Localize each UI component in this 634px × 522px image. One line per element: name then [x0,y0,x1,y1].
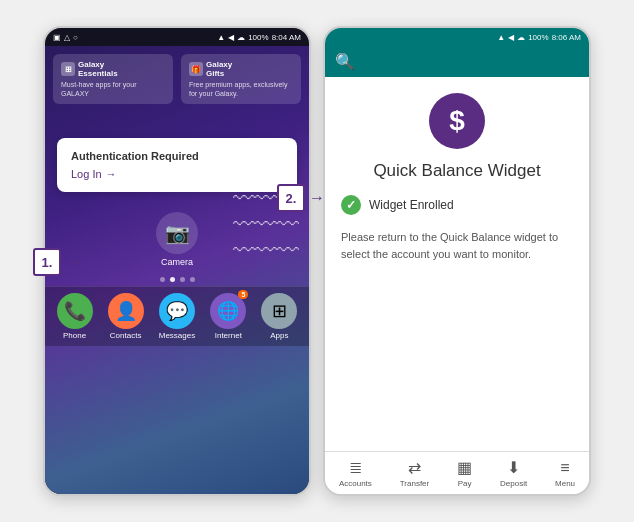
essentials-icon: ⊞ [61,62,75,76]
screenshot-container: 1. → ▣ △ ○ ▲ ◀ ☁ 100% 8:04 AM [43,26,591,496]
auth-title: Authentication Required [71,150,283,162]
internet-badge: 5 [238,290,248,299]
dock-messages[interactable]: 💬 Messages [159,293,195,340]
galaxy-gifts-card[interactable]: 🎁 GalaxyGifts Free premium apps, exclusi… [181,54,301,104]
transfer-icon: ⇄ [408,458,421,477]
pay-label: Pay [458,479,472,488]
nav-accounts[interactable]: ≣ Accounts [339,458,372,488]
camera-icon: 📷 [156,212,198,254]
left-status-bar: ▣ △ ○ ▲ ◀ ☁ 100% 8:04 AM [45,28,309,46]
nav-transfer[interactable]: ⇄ Transfer [400,458,430,488]
login-text: Log In [71,168,102,180]
galaxy-essentials-card[interactable]: ⊞ GalaxyEssentials Must-have apps for yo… [53,54,173,104]
accounts-label: Accounts [339,479,372,488]
widget-title: Quick Balance Widget [373,161,540,181]
phone-left: ▣ △ ○ ▲ ◀ ☁ 100% 8:04 AM ⊞ GalaxyEssenti… [43,26,311,496]
right-time: 8:06 AM [552,33,581,42]
nav-pay[interactable]: ▦ Pay [457,458,472,488]
callout-2-box: 2. [277,184,305,212]
left-home-icon: ○ [73,33,78,42]
right-battery-icon: ☁ [517,33,525,42]
internet-label: Internet [215,331,242,340]
left-status-left-icons: ▣ △ ○ [53,33,78,42]
menu-label: Menu [555,479,575,488]
phone-icon: 📞 [57,293,93,329]
deposit-icon: ⬇ [507,458,520,477]
galaxy-cards: ⊞ GalaxyEssentials Must-have apps for yo… [45,46,309,108]
search-icon[interactable]: 🔍 [335,52,355,71]
camera-label: Camera [161,257,193,267]
right-battery-pct: 100% [528,33,548,42]
messages-icon: 💬 [159,293,195,329]
enrolled-row: ✓ Widget Enrolled [341,195,454,215]
page-dot-3 [180,277,185,282]
dollar-icon: $ [429,93,485,149]
callout-1: 1. → [33,248,83,276]
deposit-label: Deposit [500,479,527,488]
gifts-icon: 🎁 [189,62,203,76]
auth-card: Authentication Required Log In → [57,138,297,192]
login-link[interactable]: Log In → [71,168,283,180]
contacts-label: Contacts [110,331,142,340]
right-content: $ Quick Balance Widget ✓ Widget Enrolled… [325,77,589,451]
phone-dock: 📞 Phone 👤 Contacts 💬 Messages 🌐 5 Intern… [45,286,309,346]
enrolled-text: Widget Enrolled [369,198,454,212]
gifts-title: GalaxyGifts [206,60,232,78]
essentials-title: GalaxyEssentials [78,60,118,78]
login-arrow: → [106,168,117,180]
menu-icon: ≡ [560,459,569,477]
nav-menu[interactable]: ≡ Menu [555,459,575,488]
right-wifi-icon: ▲ [497,33,505,42]
right-status-icons: ▲ ◀ ☁ 100% 8:06 AM [497,33,581,42]
page-dot-2 [170,277,175,282]
pay-icon: ▦ [457,458,472,477]
page-dot-4 [190,277,195,282]
left-cloud-icon: ☁ [237,33,245,42]
callout-2-arrow: → [309,189,325,207]
callout-1-box: 1. [33,248,61,276]
bottom-nav: ≣ Accounts ⇄ Transfer ▦ Pay ⬇ Deposit ≡ … [325,451,589,494]
gifts-desc: Free premium apps, exclusively for your … [189,80,293,98]
nav-deposit[interactable]: ⬇ Deposit [500,458,527,488]
apps-label: Apps [270,331,288,340]
callout-2: 2. → [277,184,325,212]
messages-label: Messages [159,331,195,340]
left-back-icon: △ [64,33,70,42]
left-signal-icon: ◀ [228,33,234,42]
left-wallpaper: ⊞ GalaxyEssentials Must-have apps for yo… [45,46,309,494]
callout-1-arrow: → [67,253,83,271]
transfer-label: Transfer [400,479,430,488]
left-wifi-icon: ▲ [217,33,225,42]
camera-app[interactable]: 📷 Camera [156,212,198,267]
check-icon: ✓ [341,195,361,215]
page-dots [45,273,309,286]
left-battery: 100% [248,33,268,42]
left-time: 8:04 AM [272,33,301,42]
essentials-desc: Must-have apps for your GALAXY [61,80,165,98]
dock-apps[interactable]: ⊞ Apps [261,293,297,340]
left-notif-icon: ▣ [53,33,61,42]
right-status-bar: ▲ ◀ ☁ 100% 8:06 AM [325,28,589,46]
apps-icon: ⊞ [261,293,297,329]
right-header: 🔍 [325,46,589,77]
right-signal-icon: ◀ [508,33,514,42]
contacts-icon: 👤 [108,293,144,329]
phone-label: Phone [63,331,86,340]
dock-contacts[interactable]: 👤 Contacts [108,293,144,340]
description-text: Please return to the Quick Balance widge… [341,229,573,262]
page-dot-1 [160,277,165,282]
accounts-icon: ≣ [349,458,362,477]
dock-internet[interactable]: 🌐 5 Internet [210,293,246,340]
phone-right: ▲ ◀ ☁ 100% 8:06 AM 🔍 $ Quick Balance Wid… [323,26,591,496]
dock-phone[interactable]: 📞 Phone [57,293,93,340]
left-status-right-icons: ▲ ◀ ☁ 100% 8:04 AM [217,33,301,42]
